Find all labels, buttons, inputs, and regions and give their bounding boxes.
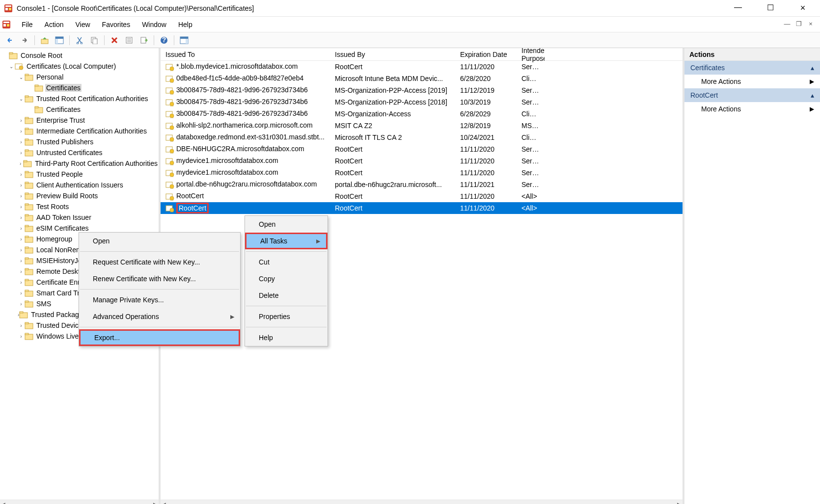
action-pane-button[interactable] bbox=[178, 34, 190, 46]
certificate-row[interactable]: mydevice1.microsoftdatabox.comRootCert11… bbox=[161, 155, 683, 167]
menu-help[interactable]: Help bbox=[172, 19, 198, 30]
menu-action[interactable]: Action bbox=[39, 19, 70, 30]
tree-third-party-root-ca[interactable]: ›Third-Party Root Certification Authorit… bbox=[0, 158, 159, 169]
certificate-row[interactable]: portal.dbe-n6hugc2raru.microsoftdatabox.… bbox=[161, 179, 683, 190]
mdi-close-icon[interactable]: × bbox=[806, 20, 815, 29]
maximize-button[interactable]: ☐ bbox=[759, 3, 782, 13]
minimize-button[interactable]: — bbox=[727, 3, 749, 13]
certificate-row[interactable]: databoxedge.redmond.ext-s31r0301.masd.st… bbox=[161, 132, 683, 143]
certificate-row[interactable]: *.blob.mydevice1.microsoftdatabox.comRoo… bbox=[161, 61, 683, 73]
menu-window[interactable]: Window bbox=[136, 19, 172, 30]
actions-more-rootcert[interactable]: More Actions▶ bbox=[684, 102, 820, 116]
column-intended[interactable]: Intended Purposes bbox=[517, 48, 545, 62]
certificate-row[interactable]: DBE-N6HUGC2RA.microsoftdatabox.comRootCe… bbox=[161, 143, 683, 155]
svg-rect-53 bbox=[25, 193, 28, 194]
tree-trca-certificates[interactable]: Certificates bbox=[0, 104, 159, 115]
menu-file[interactable]: File bbox=[16, 19, 39, 30]
column-issued-to[interactable]: Issued To bbox=[161, 51, 330, 58]
tree-test-roots[interactable]: ›Test Roots bbox=[0, 201, 159, 212]
tree-client-auth-issuers[interactable]: ›Client Authentication Issuers bbox=[0, 180, 159, 190]
ctx2-advanced-operations[interactable]: Advanced Operations▶ bbox=[79, 308, 240, 325]
cell-expiration: 10/24/2021 bbox=[455, 133, 517, 141]
svg-rect-59 bbox=[25, 225, 28, 227]
certificate-row[interactable]: 3b008475-78d9-4821-9d96-267923d734b6MS-O… bbox=[161, 108, 683, 120]
ctx-delete[interactable]: Delete bbox=[245, 287, 328, 304]
collapse-icon: ▴ bbox=[811, 64, 814, 72]
cell-issued-by: portal.dbe-n6hugc2raru.microsoft... bbox=[330, 181, 455, 188]
ctx-help[interactable]: Help bbox=[245, 329, 328, 346]
actions-more-certificates[interactable]: More Actions▶ bbox=[684, 75, 820, 88]
ctx2-renew-new-key[interactable]: Renew Certificate with New Key... bbox=[79, 270, 240, 287]
delete-button[interactable] bbox=[109, 34, 120, 46]
help-button[interactable]: ? bbox=[158, 34, 170, 46]
certificate-icon bbox=[165, 205, 174, 212]
menu-favorites[interactable]: Favorites bbox=[96, 19, 137, 30]
ctx-open[interactable]: Open bbox=[245, 216, 328, 233]
copy-button[interactable] bbox=[88, 34, 100, 46]
tree-personal-certificates[interactable]: Certificates bbox=[0, 82, 159, 93]
cell-issued-to: *.blob.mydevice1.microsoftdatabox.com bbox=[161, 62, 330, 71]
svg-point-103 bbox=[170, 196, 174, 200]
ctx2-export[interactable]: Export... bbox=[79, 329, 240, 346]
svg-rect-8 bbox=[41, 39, 48, 44]
tree-personal[interactable]: ⌄Personal bbox=[0, 72, 159, 82]
tree-preview-build-roots[interactable]: ›Preview Build Roots bbox=[0, 190, 159, 201]
tree-console-root[interactable]: Console Root bbox=[0, 50, 159, 61]
tree-trusted-people[interactable]: ›Trusted People bbox=[0, 169, 159, 180]
column-issued-by[interactable]: Issued By bbox=[330, 51, 455, 58]
cell-intended: Server Authentication bbox=[517, 145, 545, 153]
svg-rect-70 bbox=[25, 291, 33, 296]
tree-aad-token-issuer[interactable]: ›AAD Token Issuer bbox=[0, 212, 159, 223]
svg-rect-77 bbox=[25, 322, 28, 324]
ctx2-open[interactable]: Open bbox=[79, 233, 240, 249]
forward-button[interactable] bbox=[19, 34, 30, 46]
ctx-copy[interactable]: Copy bbox=[245, 270, 328, 287]
certificate-row[interactable]: RootCertRootCert11/11/2020<All> bbox=[161, 190, 683, 202]
cell-issued-by: RootCert bbox=[330, 157, 455, 165]
tree-certificates-local-computer[interactable]: ⌄Certificates (Local Computer) bbox=[0, 61, 159, 72]
tree-untrusted-certificates[interactable]: ›Untrusted Certificates bbox=[0, 147, 159, 158]
svg-rect-10 bbox=[55, 37, 63, 39]
tree-trusted-publishers[interactable]: ›Trusted Publishers bbox=[0, 136, 159, 147]
cell-issued-by: RootCert bbox=[330, 192, 455, 200]
certificate-icon bbox=[165, 87, 174, 95]
certificate-icon bbox=[165, 134, 174, 142]
properties-button[interactable] bbox=[123, 34, 135, 46]
certificate-row[interactable]: 3b008475-78d9-4821-9d96-267923d734b6MS-O… bbox=[161, 84, 683, 96]
ctx-all-tasks[interactable]: All Tasks▶ bbox=[245, 233, 328, 249]
ctx2-request-new-key[interactable]: Request Certificate with New Key... bbox=[79, 254, 240, 270]
certificate-row[interactable]: alkohli-slp2.northamerica.corp.microsoft… bbox=[161, 120, 683, 132]
actions-group-certificates[interactable]: Certificates▴ bbox=[684, 61, 820, 75]
menu-view[interactable]: View bbox=[69, 19, 96, 30]
svg-point-89 bbox=[170, 114, 174, 118]
tree-intermediate-ca[interactable]: ›Intermediate Certification Authorities bbox=[0, 126, 159, 136]
certificate-row[interactable]: 0dbe48ed-f1c5-4dde-a0b9-b84f827e0eb4Micr… bbox=[161, 73, 683, 84]
svg-rect-51 bbox=[25, 182, 28, 184]
svg-rect-48 bbox=[25, 172, 33, 178]
tree-horizontal-scrollbar[interactable]: ◀▶ bbox=[0, 500, 159, 504]
mdi-restore-icon[interactable]: ❐ bbox=[794, 20, 803, 29]
context-menu-all-tasks: Open Request Certificate with New Key...… bbox=[79, 232, 241, 346]
back-button[interactable] bbox=[4, 34, 16, 46]
close-button[interactable]: × bbox=[792, 3, 814, 13]
ctx2-manage-private-keys[interactable]: Manage Private Keys... bbox=[79, 292, 240, 308]
menu-separator bbox=[80, 289, 239, 290]
cut-button[interactable] bbox=[74, 34, 85, 46]
ctx-cut[interactable]: Cut bbox=[245, 254, 328, 270]
tree-trusted-root-ca[interactable]: ⌄Trusted Root Certification Authorities bbox=[0, 93, 159, 104]
certificate-row[interactable]: 3b008475-78d9-4821-9d96-267923d734b6MS-O… bbox=[161, 96, 683, 108]
certificate-row[interactable]: RootCertRootCert11/11/2020<All> bbox=[161, 202, 683, 214]
cell-issued-to: 3b008475-78d9-4821-9d96-267923d734b6 bbox=[161, 86, 330, 94]
ctx-properties[interactable]: Properties bbox=[245, 308, 328, 325]
mdi-minimize-icon[interactable]: — bbox=[783, 20, 792, 29]
up-button[interactable] bbox=[39, 34, 51, 46]
tree-enterprise-trust[interactable]: ›Enterprise Trust bbox=[0, 115, 159, 126]
certificate-icon bbox=[165, 122, 174, 130]
column-expiration[interactable]: Expiration Date bbox=[455, 51, 517, 58]
list-horizontal-scrollbar[interactable]: ◀▶ bbox=[161, 500, 683, 504]
certificate-row[interactable]: mydevice1.microsoftdatabox.comRootCert11… bbox=[161, 167, 683, 179]
window-title: Console1 - [Console Root\Certificates (L… bbox=[17, 4, 727, 12]
show-hide-tree-button[interactable] bbox=[54, 34, 65, 46]
actions-group-rootcert[interactable]: RootCert▴ bbox=[684, 88, 820, 102]
export-list-button[interactable] bbox=[138, 34, 150, 46]
